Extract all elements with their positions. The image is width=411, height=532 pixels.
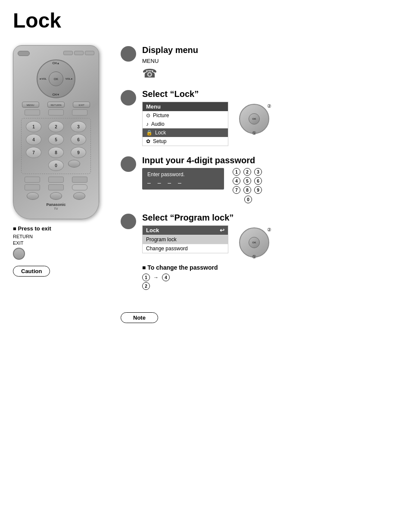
step-4-block: Select “Program lock” Lock ↩ Program loc… bbox=[121, 213, 398, 290]
nav-left-label: ◄VOL bbox=[39, 78, 47, 80]
lock-menu-box: Lock ↩ Program lock Change password bbox=[142, 225, 228, 253]
step-4-content: Select “Program lock” Lock ↩ Program loc… bbox=[142, 213, 398, 290]
menu-item-lock: 🔒 Lock bbox=[143, 128, 228, 137]
num-3[interactable]: 3 bbox=[71, 121, 86, 132]
nav-cluster: CH▲ CH▼ ◄VOL VOL► OK bbox=[37, 59, 75, 98]
tv-menu-box: Menu ⊙ Picture ♪ Audio 🔒 Lock bbox=[142, 102, 228, 146]
mini-dial-4: OK bbox=[239, 227, 269, 258]
ref-4: 4 bbox=[233, 177, 240, 185]
exit-label: EXIT bbox=[79, 104, 84, 106]
lock-menu-change-password: Change password bbox=[143, 244, 228, 253]
mini-dial-container-4: OK ② ① bbox=[237, 225, 271, 260]
step-1-arrow: → bbox=[153, 274, 159, 280]
remote-top-pill bbox=[18, 51, 30, 56]
remote-control: CH▲ CH▼ ◄VOL VOL► OK MENU RETURN bbox=[13, 45, 99, 219]
color-row-2 bbox=[21, 184, 91, 190]
change-pw-steps: 1 → 4 2 bbox=[142, 274, 398, 290]
num-8[interactable]: 8 bbox=[48, 147, 64, 158]
color-btn-1 bbox=[25, 177, 40, 183]
setup-icon: ✿ bbox=[146, 138, 150, 144]
mini-label-1-step2: ① bbox=[252, 131, 256, 136]
step-3-content: Input your 4-digit password Enter passwo… bbox=[142, 156, 398, 203]
ref-7: 7 bbox=[233, 186, 240, 194]
change-pw-step-1: 1 → 4 bbox=[142, 274, 398, 281]
step-3-heading: Input your 4-digit password bbox=[142, 156, 398, 165]
lock-menu-program-lock: Program lock bbox=[143, 235, 228, 244]
change-pw-title: ■ To change the password bbox=[142, 264, 398, 271]
color-row-1 bbox=[21, 177, 91, 183]
press-to-exit-section: ■ Press to exit RETURNEXIT bbox=[13, 225, 108, 260]
return-label-text: RETURNEXIT bbox=[13, 233, 108, 247]
color-btn-6 bbox=[72, 184, 87, 190]
mini-label-2-step2: ② bbox=[267, 103, 271, 109]
num-2[interactable]: 2 bbox=[48, 121, 64, 132]
step-1-num: 1 bbox=[142, 274, 150, 281]
remote-small-btn-3 bbox=[85, 51, 94, 55]
mini-dial-center-2: OK bbox=[249, 113, 260, 124]
num-9[interactable]: 9 bbox=[71, 147, 86, 158]
menu-picture-label: Picture bbox=[153, 112, 169, 118]
exit-button[interactable]: EXIT bbox=[73, 102, 90, 108]
step-2-heading: Select “Lock” bbox=[142, 89, 398, 99]
ref-3: 3 bbox=[254, 168, 262, 176]
ref-0: 0 bbox=[244, 196, 252, 203]
step-1-sub: MENU bbox=[142, 58, 398, 64]
change-password-section: ■ To change the password 1 → 4 2 bbox=[142, 264, 398, 290]
num-7[interactable]: 7 bbox=[26, 147, 41, 158]
bottom-ovals bbox=[21, 192, 91, 200]
menu-item-audio: ♪ Audio bbox=[143, 120, 228, 128]
numpad-zero-row: 0 bbox=[233, 196, 264, 203]
ref-5: 5 bbox=[243, 177, 251, 185]
step-3-circle bbox=[121, 156, 136, 172]
menu-button[interactable]: MENU bbox=[22, 102, 39, 108]
lock-icon: 🔒 bbox=[146, 130, 153, 136]
step-2-num: 2 bbox=[142, 282, 150, 290]
step-1-circle bbox=[121, 46, 136, 62]
lock-menu-header: Lock ↩ bbox=[143, 226, 228, 235]
tv-menu-header: Menu bbox=[143, 102, 228, 111]
num-6[interactable]: 6 bbox=[71, 134, 86, 145]
mini-label-2-step4: ② bbox=[267, 227, 271, 233]
menu-setup-label: Setup bbox=[153, 138, 166, 144]
mini-dial-2: OK bbox=[239, 104, 269, 134]
password-dashes: – – – – bbox=[147, 179, 219, 186]
menu-item-picture: ⊙ Picture bbox=[143, 111, 228, 120]
num-5[interactable]: 5 bbox=[48, 134, 64, 145]
number-grid: 1 2 3 4 5 6 7 8 9 0 bbox=[21, 118, 91, 174]
menu-label: MENU bbox=[27, 104, 34, 106]
nav-up-label: CH▲ bbox=[52, 62, 59, 65]
num-4[interactable]: 4 bbox=[26, 134, 41, 145]
password-screen: Enter password. – – – – bbox=[142, 168, 224, 190]
note-box: Note bbox=[121, 312, 158, 323]
menu-lock-label: Lock bbox=[155, 130, 166, 136]
caution-box: Caution bbox=[13, 266, 50, 277]
remote-small-btn-2 bbox=[74, 51, 84, 55]
remote-small-btn-1 bbox=[63, 51, 73, 55]
num-1[interactable]: 1 bbox=[26, 121, 41, 132]
step-2-circle bbox=[121, 90, 136, 106]
bottom-oval-3 bbox=[73, 192, 85, 200]
mini-dial-container-2: OK ② ① bbox=[237, 102, 271, 136]
oval-2 bbox=[48, 109, 64, 115]
step-4-heading: Select “Program lock” bbox=[142, 213, 398, 223]
step-1-content: Display menu MENU ☎ bbox=[142, 45, 398, 80]
step-2-block: Select “Lock” Menu ⊙ Picture ♪ Audio bbox=[121, 89, 398, 146]
step-4-circle bbox=[121, 214, 136, 229]
lock-back-icon: ↩ bbox=[220, 227, 224, 233]
change-password-label: Change password bbox=[146, 246, 188, 252]
return-label: RETURN bbox=[50, 104, 61, 106]
ref-9: 9 bbox=[254, 186, 262, 194]
nav-down-label: CH▼ bbox=[52, 93, 59, 96]
menu-hand-icon: ☎ bbox=[142, 68, 398, 80]
color-btn-2 bbox=[48, 177, 64, 183]
extra-oval bbox=[68, 160, 80, 168]
step-3-row: Enter password. – – – – 1 2 3 4 5 6 7 8 bbox=[142, 168, 398, 203]
num-0[interactable]: 0 bbox=[48, 160, 64, 171]
color-btn-5 bbox=[48, 184, 64, 190]
oval-1 bbox=[25, 109, 40, 115]
change-pw-step-2: 2 bbox=[142, 282, 398, 290]
return-circle-button[interactable] bbox=[13, 248, 25, 260]
return-button[interactable]: RETURN bbox=[47, 102, 65, 108]
step-4-num: 4 bbox=[162, 274, 170, 281]
numpad-ref-area: 1 2 3 4 5 6 7 8 9 0 bbox=[233, 168, 264, 203]
